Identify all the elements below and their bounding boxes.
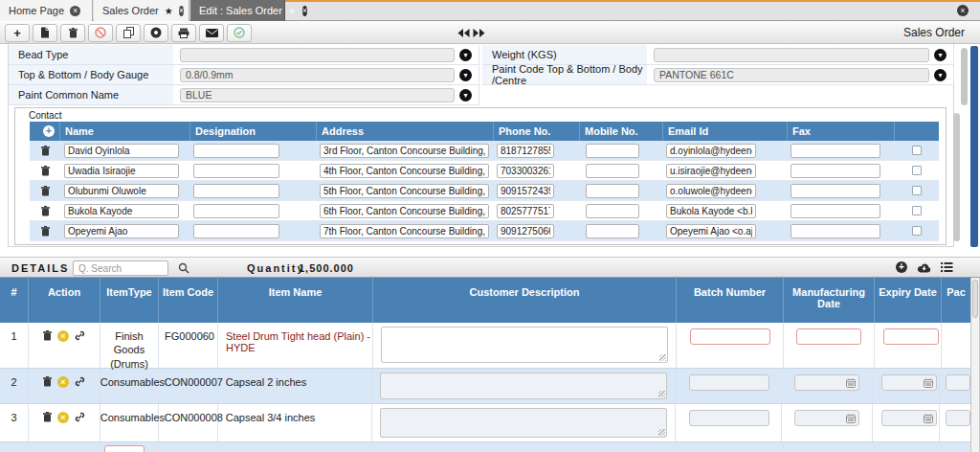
close-icon[interactable]: × (70, 6, 80, 16)
close-icon[interactable]: × (179, 6, 184, 16)
contact-phone-input[interactable] (497, 204, 554, 218)
settings-button[interactable] (144, 24, 168, 42)
delete-row-icon[interactable] (41, 206, 50, 216)
customer-description-textarea[interactable] (380, 373, 666, 399)
items-scrollbar-thumb[interactable] (972, 280, 978, 318)
contact-name-input[interactable] (64, 184, 179, 198)
customer-description-textarea[interactable] (380, 408, 666, 438)
nav-previous-icon[interactable] (457, 29, 470, 37)
chevron-down-icon[interactable]: ▾ (459, 89, 472, 102)
tab-home-page[interactable]: Home Page × (0, 0, 93, 21)
contact-name-input[interactable] (64, 224, 179, 238)
contact-email-input[interactable] (666, 164, 756, 178)
contact-email-input[interactable] (666, 144, 756, 158)
contact-name-input[interactable] (64, 144, 179, 158)
print-button[interactable] (171, 24, 196, 42)
contact-checkbox[interactable] (912, 186, 922, 195)
contact-mobile-input[interactable] (586, 204, 639, 218)
cancel-button[interactable] (88, 24, 113, 42)
paint-code-input[interactable] (654, 68, 929, 82)
approve-button[interactable] (227, 24, 252, 42)
calendar-icon[interactable] (924, 414, 933, 423)
email-button[interactable] (199, 24, 224, 42)
contact-scrollbar[interactable] (953, 113, 960, 241)
star-icon[interactable]: ★ (288, 6, 297, 16)
link-item-icon[interactable] (75, 376, 85, 387)
search-input[interactable] (73, 260, 168, 276)
contact-checkbox[interactable] (912, 206, 922, 215)
cancel-item-icon[interactable]: × (57, 330, 69, 342)
delete-button[interactable] (60, 24, 85, 42)
delete-row-icon[interactable] (41, 146, 50, 156)
delete-row-icon[interactable] (41, 186, 50, 196)
chevron-down-icon[interactable]: ▾ (459, 49, 472, 61)
contact-fax-input[interactable] (791, 144, 880, 158)
contact-name-input[interactable] (64, 204, 179, 218)
chevron-down-icon[interactable]: ▾ (934, 69, 947, 81)
contact-mobile-input[interactable] (586, 164, 639, 178)
contact-address-input[interactable] (320, 164, 489, 178)
bead-type-input[interactable] (180, 48, 455, 62)
gauge-input[interactable] (180, 68, 455, 82)
contact-designation-input[interactable] (193, 164, 279, 178)
close-icon[interactable]: × (302, 6, 307, 16)
calendar-icon[interactable] (924, 378, 933, 388)
delete-item-icon[interactable] (43, 330, 52, 341)
copy-button[interactable] (116, 24, 141, 42)
contact-email-input[interactable] (666, 184, 756, 198)
contact-checkbox[interactable] (912, 166, 922, 175)
contact-designation-input[interactable] (193, 224, 279, 238)
contact-address-input[interactable] (320, 144, 489, 158)
weight-input[interactable] (654, 48, 929, 62)
delete-row-icon[interactable] (41, 226, 50, 237)
customer-description-textarea[interactable] (381, 327, 668, 363)
calendar-icon[interactable] (846, 378, 856, 388)
tab-edit-sales-order[interactable]: Edit : Sales Order ★ × (190, 0, 285, 21)
delete-item-icon[interactable] (43, 412, 52, 422)
new-button[interactable]: + (5, 24, 30, 42)
expiry-date-input[interactable] (883, 328, 939, 345)
resize-handle[interactable] (659, 354, 666, 361)
contact-email-input[interactable] (666, 224, 756, 238)
link-item-icon[interactable] (75, 330, 85, 341)
cancel-item-icon[interactable]: × (57, 376, 69, 388)
paste-button[interactable] (33, 24, 57, 42)
delete-row-icon[interactable] (41, 166, 50, 176)
paint-common-name-input[interactable] (180, 88, 455, 102)
contact-mobile-input[interactable] (586, 184, 639, 198)
contact-fax-input[interactable] (791, 204, 880, 218)
search-icon[interactable] (178, 262, 189, 274)
contact-checkbox[interactable] (912, 226, 922, 236)
contact-phone-input[interactable] (497, 164, 554, 178)
contact-designation-input[interactable] (193, 144, 279, 158)
page-scrollbar[interactable] (970, 46, 978, 247)
resize-handle[interactable] (658, 429, 665, 436)
contact-mobile-input[interactable] (586, 224, 639, 238)
contact-fax-input[interactable] (791, 184, 880, 198)
close-all-icon[interactable]: × (957, 5, 969, 16)
calendar-icon[interactable] (846, 414, 856, 423)
link-item-icon[interactable] (75, 412, 85, 422)
contact-address-input[interactable] (320, 224, 489, 238)
manufacturing-date-input[interactable] (796, 328, 861, 345)
contact-phone-input[interactable] (497, 144, 554, 158)
contact-fax-input[interactable] (791, 164, 880, 178)
delete-item-icon[interactable] (43, 376, 52, 387)
cancel-item-icon[interactable]: × (57, 412, 69, 423)
contact-designation-input[interactable] (193, 184, 279, 198)
contact-name-input[interactable] (64, 164, 179, 178)
contact-email-input[interactable] (666, 204, 756, 218)
list-view-icon[interactable] (941, 262, 953, 272)
tab-sales-order[interactable]: Sales Order ★ × (94, 0, 189, 21)
contact-checkbox[interactable] (912, 146, 922, 155)
items-scrollbar[interactable] (970, 278, 980, 452)
item-type-input[interactable] (104, 445, 145, 452)
contact-fax-input[interactable] (791, 224, 880, 238)
form-scrollbar[interactable] (961, 48, 968, 105)
cloud-download-icon[interactable] (917, 262, 931, 273)
chevron-down-icon[interactable]: ▾ (459, 69, 472, 81)
star-icon[interactable]: ★ (165, 6, 173, 16)
resize-handle[interactable] (658, 391, 665, 397)
contact-address-input[interactable] (320, 184, 489, 198)
contact-phone-input[interactable] (497, 184, 554, 198)
